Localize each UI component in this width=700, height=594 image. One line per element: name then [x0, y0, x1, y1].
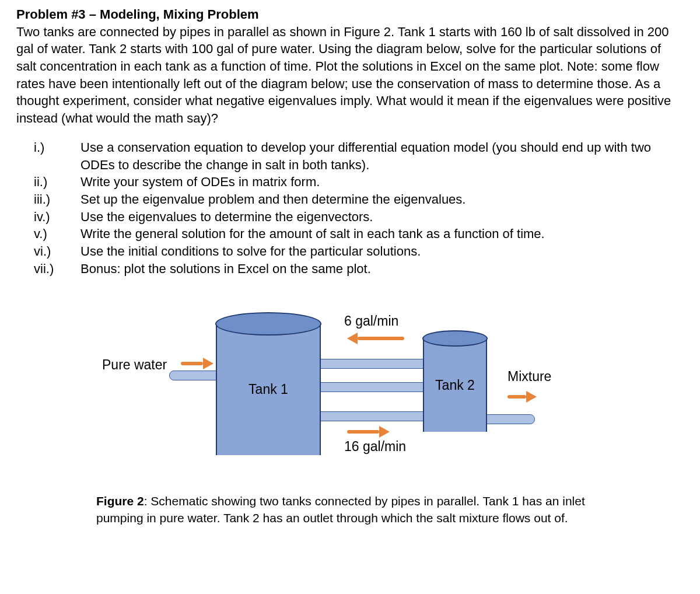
task-text: Write the general solution for the amoun… — [80, 225, 684, 243]
task-text: Use a conservation equation to develop y… — [80, 139, 684, 173]
tank-2-label: Tank 2 — [435, 376, 475, 394]
figure-stage: Tank 1 Tank 2 Pure water Mixture 6 gal/m… — [96, 301, 604, 487]
pipe-outlet — [481, 414, 535, 424]
task-text: Use the initial conditions to solve for … — [80, 243, 684, 260]
figure-caption: Figure 2: Schematic showing two tanks co… — [96, 493, 604, 526]
flow-top-label: 6 gal/min — [344, 312, 398, 330]
task-number: vii.) — [34, 260, 75, 278]
arrow-top — [347, 333, 404, 344]
task-number: vi.) — [34, 243, 75, 260]
task-number: iv.) — [34, 208, 75, 226]
task-list: i.) Use a conservation equation to devel… — [34, 139, 684, 278]
task-number: v.) — [34, 225, 75, 243]
flow-bot-label: 16 gal/min — [344, 438, 406, 456]
task-number: iii.) — [34, 191, 75, 208]
task-number: i.) — [34, 139, 75, 173]
caption-body: : Schematic showing two tanks connected … — [96, 494, 585, 524]
task-text: Set up the eigenvalue problem and then d… — [80, 191, 684, 208]
problem-page: Problem #3 – Modeling, Mixing Problem Tw… — [0, 0, 700, 538]
figure-2: Tank 1 Tank 2 Pure water Mixture 6 gal/m… — [16, 301, 684, 526]
problem-body: Two tanks are connected by pipes in para… — [16, 25, 671, 125]
task-text: Use the eigenvalues to determine the eig… — [80, 208, 684, 226]
tank-1: Tank 1 — [216, 324, 321, 455]
pure-water-label: Pure water — [102, 356, 167, 374]
problem-title: Problem #3 – Modeling, Mixing Problem — [16, 7, 259, 22]
mixture-label: Mixture — [508, 368, 551, 386]
task-number: ii.) — [34, 173, 75, 191]
tank-2: Tank 2 — [423, 338, 487, 432]
pipe-bot — [312, 411, 436, 421]
pipe-top — [312, 359, 436, 369]
task-text: Bonus: plot the solutions in Excel on th… — [80, 260, 684, 278]
caption-lead: Figure 2 — [96, 494, 144, 508]
problem-intro: Problem #3 – Modeling, Mixing Problem Tw… — [16, 6, 684, 127]
pipe-mid — [312, 382, 436, 392]
arrow-bot — [347, 426, 390, 438]
tank-1-label: Tank 1 — [249, 380, 288, 399]
arrow-outlet — [508, 391, 537, 403]
arrow-inlet — [181, 358, 214, 369]
task-text: Write your system of ODEs in matrix form… — [80, 173, 684, 191]
